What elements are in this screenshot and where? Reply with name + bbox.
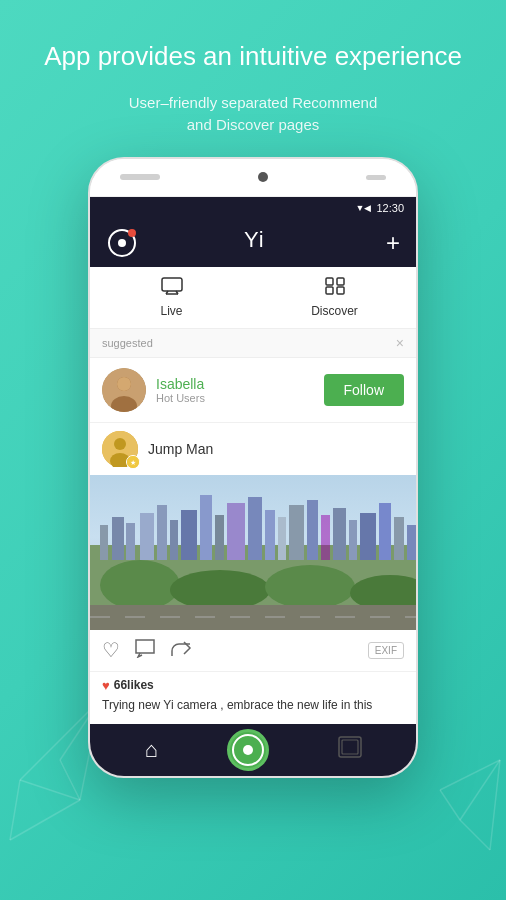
svg-rect-37 xyxy=(157,505,167,560)
svg-rect-50 xyxy=(349,520,357,560)
camera-nav-item[interactable] xyxy=(227,729,269,771)
post-action-bar: ♡ EXIF xyxy=(90,630,416,672)
status-bar: ▼◀ 12:30 xyxy=(90,197,416,219)
suggested-user-card: Isabella Hot Users Follow xyxy=(90,358,416,423)
post-caption: Trying new Yi camera , embrace the new l… xyxy=(102,697,404,714)
feed-user-row: ★ Jump Man xyxy=(90,423,416,475)
feed-user-avatar: ★ xyxy=(102,431,138,467)
suggested-user-avatar xyxy=(102,368,146,412)
svg-rect-18 xyxy=(326,278,333,285)
phone-sensor xyxy=(366,175,386,180)
svg-text:★: ★ xyxy=(130,459,136,466)
svg-rect-20 xyxy=(326,287,333,294)
svg-rect-33 xyxy=(100,525,108,560)
home-icon: ⌂ xyxy=(144,737,157,763)
svg-rect-53 xyxy=(394,517,404,560)
header-subtitle: User–friendly separated Recommendand Dis… xyxy=(44,92,462,137)
svg-rect-38 xyxy=(170,520,178,560)
nav-tabs: Live Discover xyxy=(90,267,416,329)
like-button[interactable]: ♡ xyxy=(102,638,120,662)
comment-button[interactable] xyxy=(134,638,156,663)
svg-line-11 xyxy=(440,790,460,820)
avatar-image xyxy=(102,368,146,412)
svg-rect-52 xyxy=(379,503,391,560)
svg-point-25 xyxy=(117,377,131,391)
svg-rect-54 xyxy=(407,525,416,560)
avatar-badge: ★ xyxy=(126,455,140,469)
app-header: Yi + xyxy=(90,219,416,267)
svg-rect-43 xyxy=(248,497,262,560)
share-button[interactable] xyxy=(170,638,192,663)
post-image xyxy=(90,475,416,630)
svg-line-10 xyxy=(490,760,500,850)
svg-rect-35 xyxy=(126,523,135,560)
svg-rect-21 xyxy=(337,287,344,294)
svg-rect-40 xyxy=(200,495,212,560)
svg-text:Yi: Yi xyxy=(244,229,265,251)
phone-mockup: ▼◀ 12:30 Yi + xyxy=(88,157,418,778)
follow-button[interactable]: Follow xyxy=(324,374,404,406)
suggested-label: suggested xyxy=(102,337,153,349)
phone-camera xyxy=(258,172,268,182)
signal-icon: ▼◀ xyxy=(356,203,372,213)
camera-button[interactable] xyxy=(227,729,269,771)
status-time: 12:30 xyxy=(376,202,404,214)
suggested-user-tag: Hot Users xyxy=(156,392,314,404)
likes-row: ♥ 66likes xyxy=(102,678,404,693)
heart-icon: ♥ xyxy=(102,678,110,693)
svg-point-57 xyxy=(265,565,355,609)
header-title: App provides an intuitive experience xyxy=(44,40,462,74)
bottom-navigation: ⌂ xyxy=(90,724,416,776)
phone-speaker xyxy=(120,174,160,180)
svg-line-1 xyxy=(20,780,80,800)
add-button[interactable]: + xyxy=(386,231,400,255)
app-name: Yi xyxy=(244,229,280,257)
svg-line-6 xyxy=(60,760,80,800)
svg-point-56 xyxy=(170,570,270,610)
svg-rect-51 xyxy=(360,513,376,560)
home-nav-item[interactable]: ⌂ xyxy=(144,737,157,763)
likes-count: 66likes xyxy=(114,678,154,692)
camera-dot xyxy=(243,745,253,755)
tab-discover[interactable]: Discover xyxy=(253,267,416,328)
svg-rect-19 xyxy=(337,278,344,285)
exif-badge[interactable]: EXIF xyxy=(368,642,404,659)
camera-inner-ring xyxy=(232,734,264,766)
phone-hardware-top xyxy=(90,159,416,197)
suggested-close-button[interactable]: × xyxy=(396,335,404,351)
svg-rect-62 xyxy=(342,740,358,754)
tab-discover-label: Discover xyxy=(311,304,358,318)
tab-live[interactable]: Live xyxy=(90,267,253,328)
svg-line-4 xyxy=(10,780,20,840)
svg-rect-48 xyxy=(321,515,330,560)
svg-rect-34 xyxy=(112,517,124,560)
suggested-user-info: Isabella Hot Users xyxy=(156,376,314,404)
svg-rect-49 xyxy=(333,508,346,560)
app-logo[interactable] xyxy=(106,227,138,259)
tab-live-label: Live xyxy=(160,304,182,318)
svg-rect-46 xyxy=(289,505,304,560)
svg-rect-41 xyxy=(215,515,224,560)
svg-line-12 xyxy=(440,760,500,790)
svg-rect-36 xyxy=(140,513,154,560)
svg-rect-44 xyxy=(265,510,275,560)
svg-rect-45 xyxy=(278,517,286,560)
svg-point-27 xyxy=(114,438,126,450)
logo-dot xyxy=(118,239,126,247)
gallery-icon xyxy=(338,736,362,763)
logo-circle xyxy=(108,229,136,257)
logo-notification-dot xyxy=(128,229,136,237)
live-icon xyxy=(161,277,183,300)
header-section: App provides an intuitive experience Use… xyxy=(14,0,492,157)
svg-rect-42 xyxy=(227,503,245,560)
svg-line-8 xyxy=(460,760,500,820)
svg-point-55 xyxy=(100,560,180,610)
suggested-bar: suggested × xyxy=(90,329,416,358)
post-info: ♥ 66likes Trying new Yi camera , embrace… xyxy=(90,672,416,724)
gallery-nav-item[interactable] xyxy=(338,736,362,763)
svg-rect-39 xyxy=(181,510,197,560)
discover-icon xyxy=(324,277,346,300)
svg-line-9 xyxy=(460,820,490,850)
svg-rect-14 xyxy=(162,278,182,291)
feed-user-name: Jump Man xyxy=(148,441,213,457)
